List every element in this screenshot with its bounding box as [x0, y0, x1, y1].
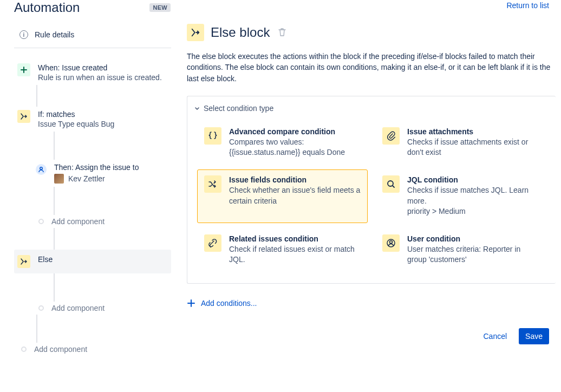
add-component-inner[interactable]: Add component	[31, 215, 176, 228]
assignee-name: Kev Zettler	[68, 174, 105, 183]
trigger-title: When: Issue created	[38, 63, 173, 72]
cancel-button[interactable]: Cancel	[477, 328, 513, 344]
new-badge: NEW	[149, 3, 171, 12]
connector	[36, 315, 37, 343]
add-component-label: Add component	[34, 345, 87, 354]
description: The else block executes the actions with…	[187, 51, 556, 84]
braces-icon	[204, 127, 221, 145]
connector	[54, 273, 55, 302]
connector	[54, 132, 55, 160]
condition-desc: User matches criteria: Reporter in group…	[407, 244, 539, 265]
condition-title: Issue fields condition	[229, 175, 361, 184]
add-component-label: Add component	[51, 217, 105, 226]
branch-icon	[187, 24, 204, 41]
attachment-icon	[382, 127, 400, 145]
link-icon	[204, 234, 221, 252]
return-link[interactable]: Return to list	[506, 1, 549, 10]
condition-desc: Check if related issues exist or match J…	[229, 244, 361, 265]
divider	[14, 48, 171, 48]
search-icon	[382, 175, 400, 193]
branch-icon	[17, 110, 30, 123]
condition-title: Issue attachments	[407, 127, 539, 136]
dot-icon	[38, 219, 44, 224]
dot-icon	[38, 305, 44, 311]
plus-icon	[17, 63, 30, 76]
chevron-down-icon	[194, 105, 200, 112]
if-block-item[interactable]: If: matches Issue Type equals Bug	[14, 107, 176, 132]
then-block-item[interactable]: Then: Assign the issue to Kev Zettler	[31, 160, 176, 187]
if-title: If: matches	[38, 110, 173, 119]
condition-advanced-compare[interactable]: Advanced compare condition Compares two …	[197, 121, 368, 164]
condition-attachments[interactable]: Issue attachments Checks if issue attach…	[375, 121, 546, 164]
dot-icon	[21, 347, 27, 352]
branch-icon	[17, 255, 30, 268]
condition-related-issues[interactable]: Related issues condition Check if relate…	[197, 228, 368, 271]
trigger-subtitle: Rule is run when an issue is created.	[38, 73, 173, 82]
user-icon	[382, 234, 400, 252]
condition-title: Related issues condition	[229, 234, 361, 243]
trigger-item[interactable]: When: Issue created Rule is run when an …	[14, 60, 176, 85]
condition-jql[interactable]: JQL condition Checks if issue matches JQ…	[375, 169, 546, 223]
info-icon: i	[19, 30, 28, 39]
svg-point-0	[40, 167, 42, 169]
condition-desc: Checks if issue attachments exist or don…	[407, 137, 539, 158]
svg-point-3	[390, 240, 393, 243]
condition-desc: Checks if issue matches JQL. Learn more.…	[407, 185, 539, 217]
main-title: Else block	[211, 25, 270, 40]
if-subtitle: Issue Type equals Bug	[38, 120, 173, 128]
else-title: Else	[38, 255, 168, 264]
add-component-else[interactable]: Add component	[31, 302, 176, 315]
condition-desc: Compares two values: {{issue.status.name…	[229, 137, 361, 158]
shuffle-icon	[204, 175, 221, 193]
add-conditions-button[interactable]: Add conditions...	[187, 299, 556, 308]
condition-user[interactable]: User condition User matches criteria: Re…	[375, 228, 546, 271]
avatar	[54, 174, 64, 184]
user-icon	[36, 164, 47, 175]
condition-panel: Select condition type Advanced compare c…	[187, 96, 556, 284]
condition-title: JQL condition	[407, 175, 539, 184]
condition-issue-fields[interactable]: Issue fields condition Check whether an …	[197, 169, 368, 223]
then-title: Then: Assign the issue to	[54, 163, 173, 172]
page-title: Automation	[14, 0, 80, 15]
trash-icon[interactable]	[278, 28, 286, 37]
else-block-item[interactable]: Else	[14, 250, 171, 273]
add-conditions-label: Add conditions...	[201, 299, 257, 308]
condition-desc: Check whether an issue's field meets a c…	[229, 185, 361, 206]
rule-details-link[interactable]: i Rule details	[14, 25, 176, 44]
connector	[54, 187, 55, 215]
panel-header[interactable]: Select condition type	[194, 104, 548, 113]
add-component-label: Add component	[51, 304, 105, 312]
condition-title: Advanced compare condition	[229, 127, 361, 136]
save-button[interactable]: Save	[519, 328, 549, 344]
add-component-bottom[interactable]: Add component	[14, 343, 176, 356]
connector	[54, 228, 55, 250]
connector	[36, 85, 37, 107]
condition-title: User condition	[407, 234, 539, 243]
plus-icon	[187, 299, 195, 308]
panel-title: Select condition type	[204, 104, 273, 113]
rule-details-label: Rule details	[35, 30, 74, 39]
